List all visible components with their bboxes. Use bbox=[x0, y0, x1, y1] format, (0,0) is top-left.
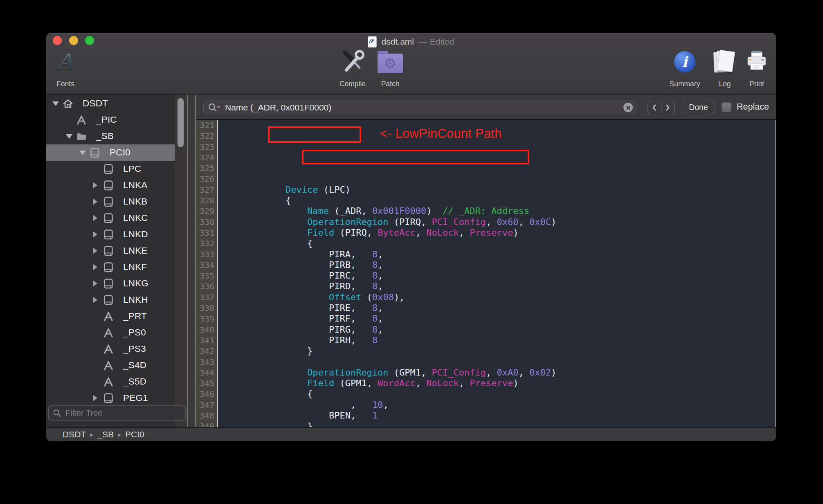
tree-item-label: LNKF bbox=[123, 262, 147, 272]
code-line: Offset (0x08), bbox=[220, 292, 776, 303]
tree-item-label: PCI0 bbox=[110, 147, 130, 158]
find-field[interactable]: Name (_ADR, 0x001F0000) bbox=[203, 101, 637, 114]
code-line: BPEN, 1 bbox=[220, 410, 776, 421]
sidebar-item-lnkd[interactable]: LNKD bbox=[46, 226, 175, 243]
disclosure-right-icon[interactable] bbox=[93, 231, 97, 238]
sidebar-item-lnkg[interactable]: LNKG bbox=[46, 275, 175, 292]
sidebar-item-_ps3[interactable]: _PS3 bbox=[46, 341, 175, 357]
disclosure-right-icon[interactable] bbox=[93, 280, 97, 287]
chevron-left-icon bbox=[652, 104, 657, 111]
disclosure-down-icon[interactable] bbox=[66, 134, 72, 139]
line-number: 343 bbox=[196, 357, 214, 367]
search-menu-icon[interactable] bbox=[208, 103, 221, 112]
line-number: 330 bbox=[196, 217, 214, 227]
sidebar-item-peg1[interactable]: PEG1 bbox=[46, 390, 175, 406]
line-number: 342 bbox=[196, 346, 214, 356]
toolbar-print[interactable]: Print bbox=[732, 48, 776, 88]
tree-item-label: _PS0 bbox=[123, 327, 146, 338]
sidebar-item-_ps0[interactable]: _PS0 bbox=[46, 324, 175, 341]
sidebar-item-lnke[interactable]: LNKE bbox=[46, 243, 175, 259]
code-line: , 10, bbox=[220, 400, 776, 410]
sidebar-scroll-thumb[interactable] bbox=[178, 98, 184, 147]
code-line: { bbox=[220, 195, 776, 206]
find-query-text[interactable]: Name (_ADR, 0x001F0000) bbox=[225, 103, 623, 112]
sidebar-item-lnkb[interactable]: LNKB bbox=[46, 194, 175, 210]
code-line: OperationRegion (PIRQ, PCI_Config, 0x60,… bbox=[220, 217, 776, 227]
close-button[interactable] bbox=[53, 36, 62, 45]
code-line: PIRF, 8, bbox=[220, 313, 776, 324]
code-line: Field (PIRQ, ByteAcc, NoLock, Preserve) bbox=[220, 227, 776, 238]
line-number: 323 bbox=[196, 142, 214, 152]
editor-pane: Name (_ADR, 0x001F0000) bbox=[196, 94, 776, 427]
gear-icon: ⚙ bbox=[384, 56, 396, 70]
window-title-area: dsdt.aml — Edited bbox=[368, 36, 454, 48]
line-number: 325 bbox=[196, 163, 214, 173]
breadcrumb-bar: DSDT▸_SB▸PCI0 bbox=[46, 427, 776, 441]
sidebar-item-_s5d[interactable]: _S5D bbox=[46, 374, 175, 390]
sidebar-item-lnkf[interactable]: LNKF bbox=[46, 259, 175, 275]
breadcrumb-separator-icon: ▸ bbox=[118, 431, 121, 439]
tree-item-label: LNKC bbox=[123, 213, 148, 223]
annotation-box-device-lpc bbox=[268, 126, 361, 143]
clear-search-icon[interactable] bbox=[623, 103, 633, 112]
find-next-button[interactable] bbox=[661, 101, 675, 114]
device-icon bbox=[103, 261, 114, 273]
disclosure-right-icon[interactable] bbox=[93, 297, 97, 303]
done-button[interactable]: Done bbox=[682, 101, 715, 114]
line-number: 339 bbox=[196, 313, 214, 324]
find-bar: Name (_ADR, 0x001F0000) bbox=[196, 94, 776, 120]
disclosure-down-icon[interactable] bbox=[52, 101, 59, 106]
breadcrumb-item-dsdt[interactable]: DSDT bbox=[63, 430, 86, 439]
tree-item-label: PEG1 bbox=[123, 393, 148, 403]
minimize-button[interactable] bbox=[69, 36, 78, 45]
disclosure-right-icon[interactable] bbox=[93, 182, 97, 189]
disclosure-right-icon[interactable] bbox=[93, 215, 97, 221]
disclosure-down-icon[interactable] bbox=[79, 151, 86, 155]
sidebar-item-_pic[interactable]: _PIC bbox=[46, 112, 175, 128]
sidebar-item-lnkc[interactable]: LNKC bbox=[46, 210, 175, 226]
method-icon bbox=[103, 310, 114, 322]
tree-item-label: DSDT bbox=[83, 98, 108, 109]
code-line: OperationRegion (GPM1, PCI_Config, 0xA0,… bbox=[220, 367, 776, 378]
line-number: 332 bbox=[196, 238, 214, 249]
info-icon: i bbox=[674, 51, 695, 72]
filter-placeholder: Filter Tree bbox=[65, 408, 102, 418]
code-line: PIRB, 8, bbox=[220, 260, 776, 270]
tree-item-label: LNKB bbox=[123, 196, 148, 207]
chevron-right-icon bbox=[665, 104, 670, 111]
disclosure-right-icon[interactable] bbox=[93, 198, 97, 205]
sidebar-item-lnkh[interactable]: LNKH bbox=[46, 292, 175, 308]
sidebar-item-lnka[interactable]: LNKA bbox=[46, 177, 175, 194]
code-line: PIRG, 8, bbox=[220, 324, 776, 335]
find-previous-button[interactable] bbox=[648, 101, 661, 114]
disclosure-right-icon[interactable] bbox=[93, 264, 97, 270]
device-icon bbox=[103, 180, 114, 191]
maciasl-window: dsdt.aml — Edited A Fonts Compile bbox=[46, 33, 776, 441]
code-text-area[interactable]: <- LowPinCount Path Device (LPC) { Name … bbox=[218, 120, 776, 427]
device-icon bbox=[103, 294, 114, 306]
device-icon bbox=[89, 147, 101, 158]
disclosure-right-icon[interactable] bbox=[93, 248, 97, 254]
code-line: } bbox=[220, 346, 776, 356]
sidebar-item-_sb[interactable]: _SB bbox=[46, 128, 175, 144]
sidebar-item-dsdt[interactable]: DSDT bbox=[46, 95, 175, 112]
disclosure-right-icon[interactable] bbox=[93, 395, 97, 401]
sidebar-item-_s4d[interactable]: _S4D bbox=[46, 357, 175, 374]
toolbar-fonts[interactable]: A Fonts bbox=[46, 48, 90, 88]
sidebar-item-_prt[interactable]: _PRT bbox=[46, 308, 175, 324]
tree-item-label: _SB bbox=[96, 131, 114, 142]
tree-item-label: _PIC bbox=[96, 115, 117, 125]
line-number: 347 bbox=[196, 400, 214, 410]
line-number: 333 bbox=[196, 249, 214, 260]
zoom-button[interactable] bbox=[85, 36, 94, 45]
sidebar-item-lpc[interactable]: LPC bbox=[46, 161, 175, 177]
pane-splitter[interactable] bbox=[188, 94, 195, 427]
patch-folder-icon: ⚙ bbox=[378, 54, 403, 73]
replace-checkbox[interactable] bbox=[722, 102, 731, 112]
breadcrumb-item-_sb[interactable]: _SB bbox=[97, 430, 114, 439]
toolbar-patch[interactable]: ⚙ Patch bbox=[366, 48, 415, 88]
sidebar-item-pci0[interactable]: PCI0 bbox=[46, 144, 175, 161]
filter-tree-field[interactable]: Filter Tree bbox=[48, 405, 186, 421]
compile-icon bbox=[340, 49, 366, 75]
breadcrumb-item-pci0[interactable]: PCI0 bbox=[125, 430, 144, 439]
